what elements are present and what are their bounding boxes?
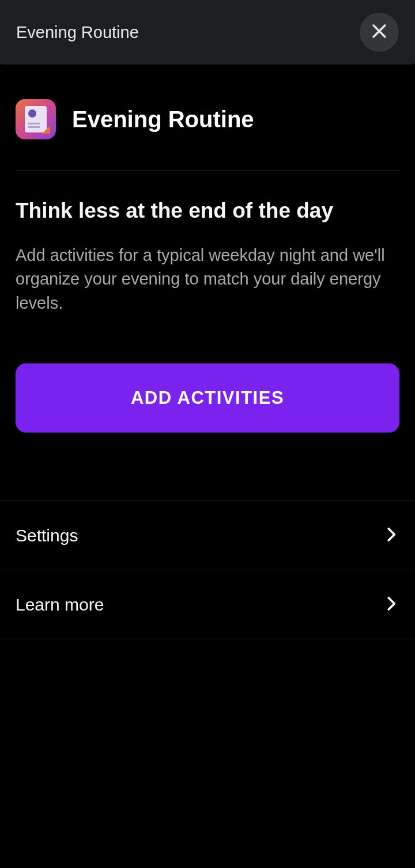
section-heading: Think less at the end of the day <box>16 199 399 223</box>
header-bar: Evening Routine <box>0 0 415 65</box>
routine-app-icon <box>16 99 56 139</box>
close-icon <box>369 21 389 43</box>
description-section: Think less at the end of the day Add act… <box>16 171 399 501</box>
add-activities-button[interactable]: ADD ACTIVITIES <box>16 363 399 433</box>
title-section: Evening Routine <box>16 65 399 171</box>
page-title: Evening Routine <box>72 107 254 132</box>
header-title: Evening Routine <box>16 23 139 42</box>
options-list: Settings Learn more <box>0 501 415 639</box>
content-area: Evening Routine Think less at the end of… <box>0 65 415 501</box>
learn-more-label: Learn more <box>16 595 104 615</box>
chevron-right-icon <box>382 526 399 545</box>
learn-more-item[interactable]: Learn more <box>0 570 415 639</box>
settings-item[interactable]: Settings <box>0 501 415 570</box>
settings-label: Settings <box>16 526 78 545</box>
close-button[interactable] <box>360 13 399 52</box>
section-body: Add activities for a typical weekday nig… <box>16 244 399 315</box>
chevron-right-icon <box>382 595 399 615</box>
